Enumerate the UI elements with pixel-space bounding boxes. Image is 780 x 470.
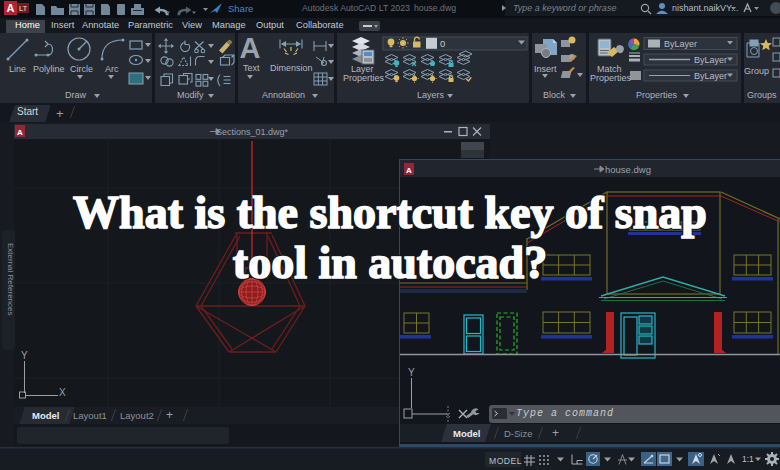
svg-text:1:1: 1:1 <box>742 454 754 464</box>
svg-text:ByLayer: ByLayer <box>664 39 697 49</box>
svg-text:MODEL: MODEL <box>489 456 522 466</box>
svg-text:A: A <box>7 2 15 14</box>
svg-text:Y: Y <box>21 350 28 361</box>
svg-text:ByLayer: ByLayer <box>694 71 727 81</box>
svg-text:A: A <box>17 128 23 137</box>
svg-text:nishant.naikVY...: nishant.naikVY... <box>672 3 738 13</box>
svg-text:A: A <box>406 166 412 175</box>
svg-text:Y: Y <box>408 367 415 378</box>
svg-text:Sections_01.dwg*: Sections_01.dwg* <box>216 127 289 137</box>
svg-text:Autodesk AutoCAD LT 2023: Autodesk AutoCAD LT 2023 <box>302 3 410 13</box>
svg-text:house.dwg: house.dwg <box>605 164 651 175</box>
svg-text:house.dwg: house.dwg <box>414 3 456 13</box>
svg-text:A: A <box>240 33 261 64</box>
svg-text:ByLayer: ByLayer <box>694 55 727 65</box>
svg-text:Type a keyword or phrase: Type a keyword or phrase <box>513 3 616 13</box>
svg-text:X: X <box>59 387 66 398</box>
svg-text:LT: LT <box>19 5 28 12</box>
svg-text:0: 0 <box>440 38 445 49</box>
svg-text:Share: Share <box>228 3 253 14</box>
